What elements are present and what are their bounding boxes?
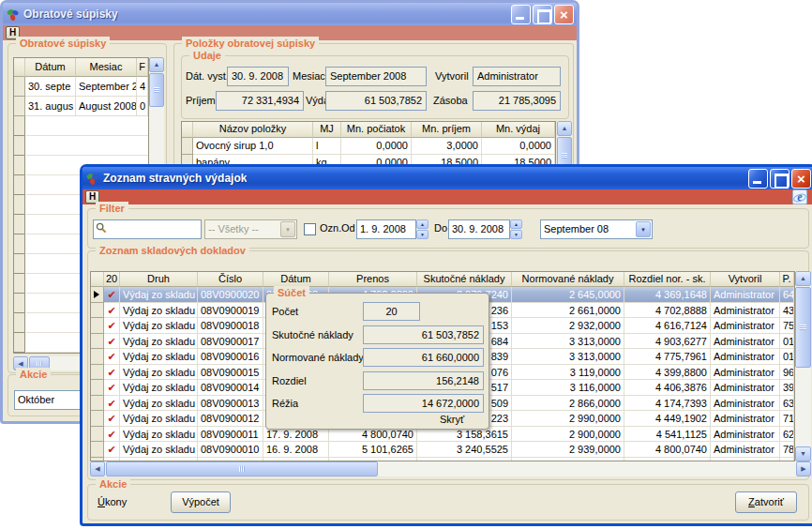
row-check-icon[interactable]: ✔ [104,349,120,365]
scroll-left-icon[interactable]: ◀ [90,461,105,476]
zatvorit-button[interactable]: Zatvoriť [735,491,797,513]
column-header[interactable]: Druh [120,272,198,287]
od-label: Od [341,222,355,234]
hide-button[interactable]: Skryť [440,414,464,425]
cell-druh: Výdaj zo skladu [120,349,198,365]
column-header[interactable]: Vytvoril [711,272,780,287]
maximize-button[interactable] [770,169,789,189]
column-header[interactable]: Mn. počiatok [341,122,412,138]
window-zoznam-stravnych-vydajok[interactable]: Zoznam stravných výdajok H e Filter -- V… [80,164,812,526]
column-header[interactable]: 20 [104,272,120,287]
column-header[interactable]: Skutočné náklady [417,272,512,287]
od-date-input[interactable]: 1. 9. 2008 [356,219,416,239]
column-header[interactable]: Rozdiel nor. - sk. [624,272,711,287]
table-row[interactable]: ✔ [91,458,794,461]
prijem-field[interactable]: 72 331,4934 [216,91,304,111]
zasoba-field[interactable]: 21 785,3095 [473,91,561,111]
cell-normovane: 2 866,0000 [512,396,624,412]
column-header[interactable]: Normované náklady [512,272,624,287]
title-bar[interactable]: Zoznam stravných výdajok [83,167,812,189]
minimize-button[interactable] [748,169,768,189]
search-input[interactable] [93,219,202,239]
column-header[interactable]: MJ [313,122,341,138]
vydaj-field[interactable]: 61 503,7852 [325,91,427,111]
dropdown-arrow-icon[interactable]: ▼ [280,221,295,237]
row-check-icon[interactable]: ✔ [104,365,120,381]
cell-cislo: 08V0900011 [198,427,263,443]
od-date-stepper[interactable]: ▲▼ [416,219,429,239]
row-check-icon[interactable]: ✔ [104,458,120,461]
column-header[interactable]: Mesiac [76,58,137,77]
field-label: Skutočné náklady [272,329,353,340]
cell-rozdiel: 4 406,3876 [624,380,711,396]
column-header[interactable]: Názov položky [193,122,313,138]
row-check-icon[interactable]: ✔ [104,427,120,443]
scrollbar-thumb[interactable] [795,287,811,368]
dropdown-arrow-icon[interactable]: ▼ [636,221,651,237]
scroll-right-icon[interactable]: ▶ [796,461,811,476]
column-header[interactable]: P. [780,272,794,287]
cell-rozdiel: 4 541,1125 [624,427,711,443]
scroll-up-icon[interactable]: ▲ [149,57,164,72]
cell-mj: l [313,138,341,155]
mesiac-field[interactable]: September 2008 [325,67,427,86]
scrollbar-thumb[interactable] [149,73,164,107]
cell-vytvoril: Administrator [711,365,780,381]
maximize-button[interactable] [533,5,552,24]
vypocet-button[interactable]: Výpočet [171,491,231,513]
column-header[interactable]: Prenos [329,272,417,287]
cell-cislo: 08V0900015 [198,365,263,381]
title-bar[interactable]: Obratové súpisky [3,3,577,25]
cell-vytvoril: Administrator [711,396,780,412]
cell-datum: 31. augus [25,97,76,116]
ozn-checkbox[interactable] [304,223,316,235]
spin-down-icon: ▼ [510,230,522,239]
vertical-scrollbar[interactable]: ▲ ▼ [795,271,811,461]
vytvoril-field[interactable]: Administrator [473,67,561,86]
close-button[interactable] [791,169,811,189]
month-combo[interactable]: September 08 ▼ [540,219,653,239]
do-date-input[interactable]: 30. 9. 2008 [448,219,510,239]
scroll-up-icon[interactable]: ▲ [557,121,572,136]
row-check-icon[interactable]: ✔ [104,442,120,458]
app-icon [6,8,20,22]
row-check-icon[interactable]: ✔ [104,318,120,334]
combo-value: -- Všetky -- [208,220,279,238]
table-row[interactable]: Ovocný sirup 1,0 l 0,0000 3,0000 0,0000 [182,138,555,155]
table-row[interactable]: ✔ Výdaj zo skladu 08V0900010 16. 9. 2008… [91,442,794,458]
column-header[interactable]: Mn. príjem [412,122,482,138]
cell-normovane [512,458,624,461]
zasoba-label: Zásoba [433,95,468,106]
cell-pociatok: 0,0000 [341,138,412,155]
column-header[interactable]: F [137,58,148,77]
minimize-button[interactable] [511,5,531,24]
cell-druh: Výdaj zo skladu [120,318,198,334]
ukony-button[interactable]: Úkony [98,496,127,507]
close-button[interactable] [554,5,574,24]
table-row[interactable]: 31. augus August 2008 0 [14,97,148,116]
cell-p: 43 [780,303,794,319]
cell-cislo: 08V0900013 [198,396,263,412]
row-selector-cell [91,303,104,319]
scrollbar-thumb[interactable] [106,461,378,476]
row-check-icon[interactable]: ✔ [104,334,120,350]
row-check-icon[interactable]: ✔ [104,287,120,303]
dat-vyst-field[interactable]: 30. 9. 2008 [227,67,289,86]
column-header[interactable]: Mn. výdaj [482,122,555,138]
row-check-icon[interactable]: ✔ [104,411,120,427]
column-header[interactable]: Číslo [198,272,263,287]
cell-normovane: 3 313,0000 [512,334,624,350]
column-header[interactable]: Dátum [263,272,329,287]
table-row[interactable]: 30. septe September 2008 4 [14,77,148,97]
type-combo[interactable]: -- Všetky -- ▼ [204,219,297,239]
row-check-icon[interactable]: ✔ [104,396,120,412]
do-date-stepper[interactable]: ▲▼ [510,219,522,239]
row-check-icon[interactable]: ✔ [104,380,120,396]
horizontal-scrollbar[interactable]: ◀ ▶ [90,461,811,476]
ie-icon[interactable]: e [792,189,807,204]
column-header[interactable]: Dátum [25,58,76,77]
scroll-down-icon[interactable]: ▼ [795,446,811,461]
row-check-icon[interactable]: ✔ [104,303,120,319]
prijem-label: Príjem [186,95,216,106]
scroll-up-icon[interactable]: ▲ [795,271,811,286]
